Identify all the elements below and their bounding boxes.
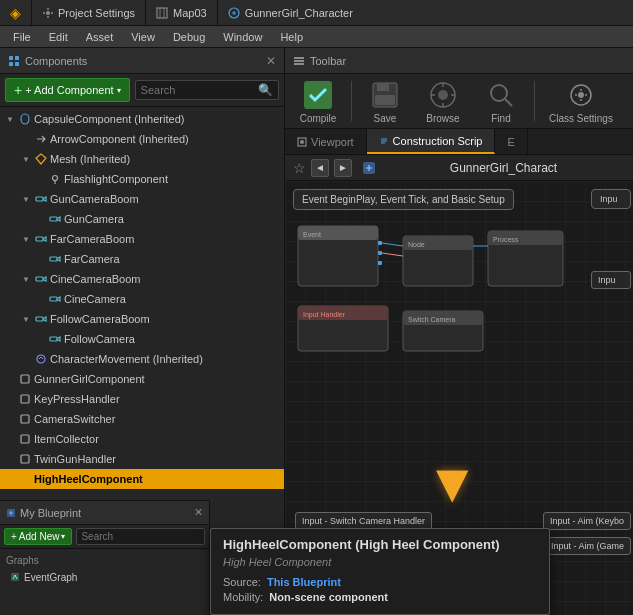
tree-item-far-camera-boom[interactable]: ▼ FarCameraBoom [0, 229, 284, 249]
save-button[interactable]: Save [360, 77, 410, 126]
construction-script-tab[interactable]: Construction Scrip [367, 129, 496, 154]
no-expand [34, 333, 46, 345]
title-bar: ◈ Project Settings Map03 GunnerGirl_Char… [0, 0, 633, 26]
tree-item-capsule[interactable]: ▼ CapsuleComponent (Inherited) [0, 109, 284, 129]
dropdown-icon: ▾ [117, 86, 121, 95]
svg-point-0 [46, 11, 50, 15]
tree-item-follow-camera[interactable]: FollowCamera [0, 329, 284, 349]
svg-rect-41 [378, 261, 382, 265]
nav-back-button[interactable]: ◄ [311, 159, 329, 177]
svg-rect-12 [50, 257, 57, 261]
aim-label-1: Input - Aim (Keybo [543, 512, 631, 530]
add-new-button[interactable]: + Add New ▾ [4, 528, 72, 545]
flashlight-icon [48, 172, 62, 186]
nav-title: GunnerGirl_Charact [382, 161, 625, 175]
menu-bar: File Edit Asset View Debug Window Help [0, 26, 633, 48]
tooltip-source-key: Source: [223, 576, 261, 588]
svg-rect-9 [36, 197, 43, 201]
svg-rect-21 [21, 435, 29, 443]
add-component-button[interactable]: + + Add Component ▾ [5, 78, 130, 102]
tree-item-item-collector[interactable]: ItemCollector [0, 429, 284, 449]
blueprint-nodes: Event Node Process [293, 216, 583, 386]
viewport-tab-label: Viewport [311, 136, 354, 148]
event-graph-item[interactable]: EventGraph [6, 568, 203, 586]
components-close-button[interactable]: ✕ [266, 54, 276, 68]
menu-help[interactable]: Help [272, 29, 311, 45]
svg-point-34 [300, 140, 304, 144]
follow-camera-icon [48, 332, 62, 346]
tooltip-source-val[interactable]: This Blueprint [267, 576, 341, 588]
tree-item-gun-camera-boom[interactable]: ▼ GunCameraBoom [0, 189, 284, 209]
extra-tab[interactable]: E [495, 129, 527, 154]
map-tab[interactable]: Map03 [146, 0, 218, 25]
tree-item-gunner-girl[interactable]: GunnerGirlComponent [0, 369, 284, 389]
menu-window[interactable]: Window [215, 29, 270, 45]
aim-text-1: Input - Aim (Keybo [543, 512, 631, 530]
gun-boom-label: GunCameraBoom [50, 193, 139, 205]
tree-item-follow-boom[interactable]: ▼ FollowCameraBoom [0, 309, 284, 329]
tree-item-cine-camera[interactable]: CineCamera [0, 289, 284, 309]
tree-item-camera-switcher[interactable]: CameraSwitcher [0, 409, 284, 429]
separator-2 [534, 81, 535, 121]
component-search-input[interactable] [141, 84, 254, 96]
menu-asset[interactable]: Asset [78, 29, 122, 45]
compile-icon [302, 79, 334, 111]
tree-item-movement[interactable]: CharacterMovement (Inherited) [0, 349, 284, 369]
svg-point-8 [53, 176, 58, 181]
tree-item-mesh[interactable]: ▼ Mesh (Inherited) [0, 149, 284, 169]
svg-rect-19 [21, 395, 29, 403]
character-tab[interactable]: GunnerGirl_Character [218, 0, 363, 25]
tree-item-twin-gun[interactable]: TwinGunHandler [0, 449, 284, 469]
svg-point-32 [578, 92, 584, 98]
menu-view[interactable]: View [123, 29, 163, 45]
toolbar-icon [293, 55, 305, 67]
add-new-label: Add New [19, 531, 60, 542]
menu-edit[interactable]: Edit [41, 29, 76, 45]
gun-camera-icon [48, 212, 62, 226]
class-settings-label: Class Settings [549, 113, 613, 124]
tab-bar: Viewport Construction Scrip E [285, 129, 633, 155]
map-label: Map03 [173, 7, 207, 19]
far-boom-label: FarCameraBoom [50, 233, 134, 245]
viewport-icon [297, 137, 307, 147]
tree-item-high-heel[interactable]: HighHeelComponent [0, 469, 284, 489]
svg-text:Switch Camera: Switch Camera [408, 316, 456, 323]
svg-text:Event: Event [303, 231, 321, 238]
menu-file[interactable]: File [5, 29, 39, 45]
arrow-indicator: ▼ [425, 451, 479, 515]
extra-tab-label: E [507, 136, 514, 148]
class-settings-icon [565, 79, 597, 111]
compile-button[interactable]: Compile [293, 77, 343, 126]
browse-button[interactable]: Browse [418, 77, 468, 126]
find-icon [485, 79, 517, 111]
item-collector-label: ItemCollector [34, 433, 99, 445]
far-boom-icon [34, 232, 48, 246]
gunner-icon [18, 372, 32, 386]
no-expand [4, 373, 16, 385]
find-button[interactable]: Find [476, 77, 526, 126]
blueprint-search-input[interactable] [81, 531, 200, 542]
mesh-label: Mesh (Inherited) [50, 153, 130, 165]
input-bubble-1: Inpu [591, 189, 631, 209]
no-expand [34, 173, 46, 185]
tree-item-cine-boom[interactable]: ▼ CineCameraBoom [0, 269, 284, 289]
blueprint-search-box [76, 528, 205, 545]
tree-item-arrow[interactable]: ArrowComponent (Inherited) [0, 129, 284, 149]
tree-item-far-camera[interactable]: FarCamera [0, 249, 284, 269]
tree-item-gun-camera[interactable]: GunCamera [0, 209, 284, 229]
menu-debug[interactable]: Debug [165, 29, 213, 45]
map-icon [156, 7, 168, 19]
class-settings-button[interactable]: Class Settings [543, 77, 619, 126]
expand-cine: ▼ [20, 273, 32, 285]
project-settings-tab[interactable]: Project Settings [32, 0, 146, 25]
my-blueprint-close[interactable]: ✕ [194, 506, 203, 519]
tree-item-flashlight[interactable]: FlashlightComponent [0, 169, 284, 189]
tree-item-keypress[interactable]: KeyPressHandler [0, 389, 284, 409]
search-icon: 🔍 [258, 83, 273, 97]
bookmark-icon[interactable]: ☆ [293, 160, 306, 176]
nav-forward-button[interactable]: ► [334, 159, 352, 177]
viewport-tab[interactable]: Viewport [285, 129, 367, 154]
script-icon [379, 136, 389, 146]
gun-camera-label: GunCamera [64, 213, 124, 225]
cine-boom-icon [34, 272, 48, 286]
